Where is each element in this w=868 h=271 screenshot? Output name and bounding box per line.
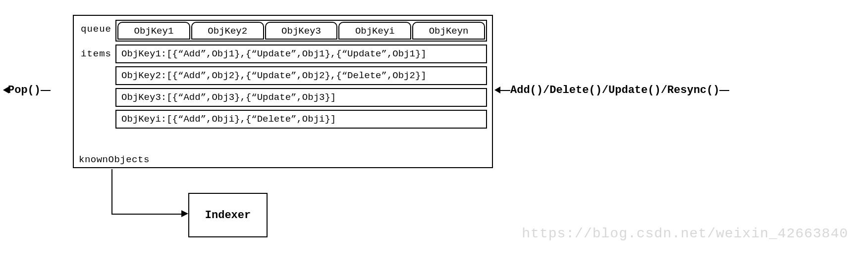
arrow-left-icon <box>494 84 500 96</box>
connector-line <box>500 90 510 91</box>
item-entry: ObjKey1:[{“Add”,Obj1},{“Update”,Obj1},{“… <box>115 45 487 63</box>
connector-line <box>719 90 729 91</box>
items-list: ObjKey1:[{“Add”,Obj1},{“Update”,Obj1},{“… <box>115 45 487 129</box>
arrow-right-icon <box>181 210 188 217</box>
queue-key: ObjKeyi <box>338 22 411 40</box>
queue-strip: ObjKey1 ObjKey2 ObjKey3 ObjKeyi ObjKeyn <box>115 20 487 42</box>
queue-row: queue ObjKey1 ObjKey2 ObjKey3 ObjKeyi Ob… <box>81 20 487 42</box>
item-entry: ObjKeyi:[{“Add”,Obji},{“Delete”,Obji}] <box>115 110 487 129</box>
watermark-text: https://blog.csdn.net/weixin_42663840 <box>522 226 848 241</box>
pop-text: Pop() <box>8 84 41 96</box>
connector-line <box>41 90 51 91</box>
item-entry: ObjKey2:[{“Add”,Obj2},{“Update”,Obj2},{“… <box>115 66 487 85</box>
arrow-left-icon <box>3 84 8 96</box>
diagram-canvas: Pop() queue ObjKey1 ObjKey2 ObjKey3 ObjK… <box>0 0 868 271</box>
ops-label: Add()/Delete()/Update()/Resync() <box>494 84 729 96</box>
queue-key: ObjKeyn <box>412 22 485 40</box>
queue-key: ObjKey2 <box>191 22 264 40</box>
connector-line <box>111 169 112 214</box>
items-label: items <box>81 45 115 59</box>
delta-fifo-box: queue ObjKey1 ObjKey2 ObjKey3 ObjKeyi Ob… <box>73 15 493 168</box>
queue-key: ObjKey1 <box>117 22 190 40</box>
item-entry: ObjKey3:[{“Add”,Obj3},{“Update”,Obj3}] <box>115 88 487 107</box>
pop-op-label: Pop() <box>3 84 51 96</box>
indexer-box: Indexer <box>188 193 268 237</box>
known-objects-label: knownObjects <box>79 154 150 165</box>
queue-label: queue <box>81 20 115 35</box>
ops-text: Add()/Delete()/Update()/Resync() <box>510 84 719 96</box>
items-row: items ObjKey1:[{“Add”,Obj1},{“Update”,Ob… <box>81 45 487 129</box>
queue-key: ObjKey3 <box>265 22 338 40</box>
connector-line <box>111 214 182 215</box>
indexer-label: Indexer <box>205 209 251 222</box>
